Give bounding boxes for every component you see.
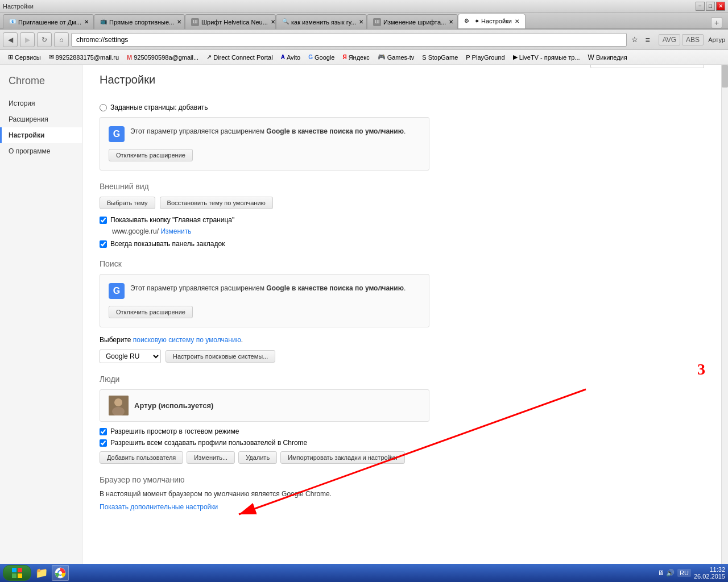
maximize-button[interactable]: □ xyxy=(706,2,715,11)
tab-4[interactable]: 🔍 как изменить язык гу... ✕ xyxy=(276,14,367,29)
bookmark-stopgame[interactable]: S StopGame xyxy=(419,53,461,62)
configure-search-btn[interactable]: Настроить поисковые системы... xyxy=(166,350,275,363)
appearance-title: Внешний вид xyxy=(100,182,704,191)
bookmark-wikipedia[interactable]: W Википедия xyxy=(585,52,631,63)
tab-5[interactable]: Ш Изменение шрифта... ✕ xyxy=(367,14,458,29)
edit-user-button[interactable]: Изменить... xyxy=(187,451,235,464)
search-engine-select[interactable]: Google RU xyxy=(100,350,161,363)
tray-icons: 🖥 🔊 xyxy=(657,569,675,577)
show-bookmarks-bar-label: Всегда показывать панель закладок xyxy=(110,240,225,248)
show-more-settings-link[interactable]: Показать дополнительные настройки xyxy=(100,503,218,511)
close-button[interactable]: ✕ xyxy=(716,2,725,11)
radio-set-pages-label: Заданные страницы: добавить xyxy=(110,103,208,111)
restore-theme-btn[interactable]: Восстановить тему по умолчанию xyxy=(160,197,273,209)
forward-button[interactable]: ▶ xyxy=(20,32,35,47)
settings-wrench-icon[interactable]: ≡ xyxy=(642,34,653,45)
tab-favicon-settings: ⚙ xyxy=(464,18,472,26)
tab-close-settings[interactable]: ✕ xyxy=(515,18,519,24)
bookmark-yandex[interactable]: Я Яндекс xyxy=(339,53,373,62)
clock-time: 11:32 xyxy=(694,566,725,573)
import-bookmarks-button[interactable]: Импортировать закладки и настройки xyxy=(280,451,405,464)
tab-close-3[interactable]: ✕ xyxy=(271,19,275,25)
homepage-change-link[interactable]: Изменить xyxy=(160,227,191,235)
choose-suffix: . xyxy=(241,336,243,344)
sidebar-item-about[interactable]: О программе xyxy=(0,143,82,159)
chrome-taskbar-icon xyxy=(55,567,66,579)
bookmark-mail-label: 89252883175@mail.ru xyxy=(56,54,119,61)
bookmark-directconnect[interactable]: ↗ Direct Connect Portal xyxy=(203,52,276,62)
bookmark-star-icon[interactable]: ☆ xyxy=(629,34,640,45)
page-title: Настройки xyxy=(100,73,155,86)
services-icon: ⊞ xyxy=(8,53,13,61)
address-input[interactable] xyxy=(71,33,627,47)
guest-mode-checkbox[interactable] xyxy=(100,428,107,435)
scrollbar[interactable] xyxy=(721,65,728,564)
add-user-button[interactable]: Добавить пользователя xyxy=(100,451,183,464)
home-button[interactable]: ⌂ xyxy=(54,32,69,47)
avatar xyxy=(109,396,129,415)
tab-bar: 📧 Приглашение от Дм... ✕ 📺 Прямые спорти… xyxy=(0,13,728,30)
profile-row: Артур (используется) xyxy=(100,389,429,422)
google-icon-2: G xyxy=(109,283,125,299)
bookmark-gmail[interactable]: M 9250590598a@gmail... xyxy=(123,53,202,62)
tab-favicon-5: Ш xyxy=(373,18,381,26)
scrollbar-thumb[interactable] xyxy=(722,65,728,88)
taskbar-chrome-icon[interactable] xyxy=(52,565,69,581)
tab-close-4[interactable]: ✕ xyxy=(359,19,363,25)
svg-point-9 xyxy=(59,571,62,575)
choose-theme-btn[interactable]: Выбрать тему xyxy=(100,197,155,209)
settings-content: Настройки Заданные страницы: добавить G … xyxy=(82,65,721,564)
allow-profiles-label: Разрешить всем создавать профили пользов… xyxy=(110,439,307,447)
tab-close-5[interactable]: ✕ xyxy=(449,19,453,25)
tab-2[interactable]: 📺 Прямые спортивные... ✕ xyxy=(94,14,185,29)
show-home-btn-checkbox[interactable] xyxy=(100,217,107,224)
bookmarks-bar: ⊞ Сервисы ✉ 89252883175@mail.ru M 925059… xyxy=(0,50,728,65)
disable-extension-btn-2[interactable]: Отключить расширение xyxy=(109,306,193,318)
info-box-inner-2: G Этот параметр управляется расширением … xyxy=(109,283,420,299)
yandex-icon: Я xyxy=(342,54,346,60)
bookmark-playground-label: PlayGround xyxy=(472,54,505,61)
bookmark-gamestv[interactable]: 🎮 Games-tv xyxy=(374,52,418,62)
appearance-theme-buttons: Выбрать тему Восстановить тему по умолча… xyxy=(100,197,704,209)
windows-logo-icon xyxy=(11,567,23,579)
new-tab-button[interactable]: + xyxy=(711,17,722,28)
search-default-row: Выберите поисковую систему по умолчанию. xyxy=(100,336,704,344)
info-text-1-post: . xyxy=(404,127,406,135)
bookmark-google[interactable]: G Google xyxy=(305,53,338,62)
language-badge[interactable]: RU xyxy=(677,569,691,577)
back-button[interactable]: ◀ xyxy=(3,32,18,47)
default-search-link[interactable]: поисковую систему по умолчанию xyxy=(133,336,241,344)
tab-close-2[interactable]: ✕ xyxy=(177,19,181,25)
bookmark-services[interactable]: ⊞ Сервисы xyxy=(5,52,44,62)
bookmark-livetv[interactable]: ▶ LiveTV - прямые тр... xyxy=(510,52,584,62)
reload-button[interactable]: ↻ xyxy=(37,32,52,47)
tab-close-1[interactable]: ✕ xyxy=(84,19,89,25)
disable-extension-btn-1[interactable]: Отключить расширение xyxy=(109,149,193,161)
chrome-main: Chrome История Расширения Настройки О пр… xyxy=(0,65,728,564)
taskbar-files-icon[interactable]: 📁 xyxy=(33,565,50,581)
sidebar-item-history[interactable]: История xyxy=(0,95,82,111)
bookmark-mail[interactable]: ✉ 89252883175@mail.ru xyxy=(46,52,122,62)
bookmark-playground[interactable]: P PlayGround xyxy=(462,53,508,62)
show-bookmarks-bar-checkbox[interactable] xyxy=(100,240,107,248)
title-bar-controls: − □ ✕ xyxy=(696,2,725,11)
sidebar-item-settings[interactable]: Настройки xyxy=(0,127,82,143)
profile-name: Артур (используется) xyxy=(134,401,213,410)
allow-profiles-checkbox[interactable] xyxy=(100,439,107,447)
delete-user-button[interactable]: Удалить xyxy=(238,451,277,464)
tab-3[interactable]: Ш Шрифт Helvetica Neu... ✕ xyxy=(185,14,276,29)
tab-favicon-1: 📧 xyxy=(9,18,16,26)
tab-settings[interactable]: ⚙ ✦ Настройки ✕ xyxy=(458,14,526,28)
radio-set-pages[interactable] xyxy=(100,104,107,111)
start-button[interactable] xyxy=(3,565,31,581)
svg-point-1 xyxy=(114,398,122,406)
sidebar-item-extensions[interactable]: Расширения xyxy=(0,111,82,127)
sidebar-brand: Chrome xyxy=(0,70,82,95)
info-box-inner-1: G Этот параметр управляется расширением … xyxy=(109,126,420,142)
info-text-1: Этот параметр управляется расширением Go… xyxy=(130,126,406,136)
search-settings-input[interactable] xyxy=(590,65,704,68)
tab-1[interactable]: 📧 Приглашение от Дм... ✕ xyxy=(3,14,94,29)
bookmark-avito[interactable]: A Avito xyxy=(278,53,304,62)
minimize-button[interactable]: − xyxy=(696,2,705,11)
guest-mode-label: Разрешить просмотр в гостевом режиме xyxy=(110,427,239,435)
